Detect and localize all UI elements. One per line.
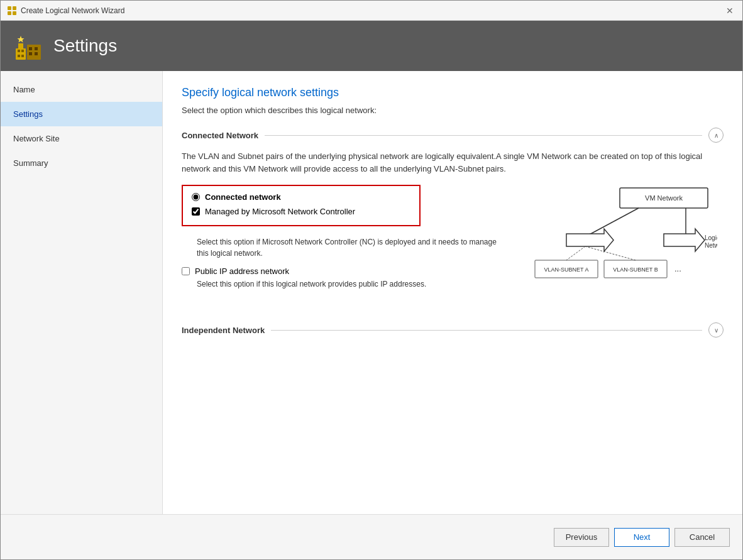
independent-network-section-header: Independent Network ∨ [182,322,724,338]
svg-rect-1 [13,6,16,10]
connected-network-label: Connected network [205,192,281,202]
independent-network-title: Independent Network [182,326,265,335]
connected-network-radio-row: Connected network [192,192,410,202]
independent-network-container: Independent Network ∨ [182,322,724,338]
main-content: Name Settings Network Site Summary Speci… [1,71,742,514]
svg-rect-10 [21,55,24,57]
managed-by-nc-checkbox[interactable] [192,207,200,216]
svg-text:...: ... [674,264,681,273]
connected-network-section-header: Connected Network ∧ [182,128,724,143]
public-ip-checkbox[interactable] [182,267,190,275]
header-icon [13,31,43,61]
content-scroll[interactable]: Specify logical network settings Select … [163,71,742,514]
svg-rect-7 [18,50,20,52]
header-title: Settings [53,36,117,56]
title-bar-left: Create Logical Network Wizard [7,6,124,16]
svg-rect-4 [16,48,26,60]
svg-marker-15 [18,36,25,43]
next-button[interactable]: Next [614,528,669,547]
sidebar-item-settings[interactable]: Settings [1,102,162,126]
options-panel: Connected network Managed by Microsoft N… [182,185,510,290]
managed-by-nc-label: Managed by Microsoft Network Controller [205,207,355,216]
network-diagram: VM Network Logical [522,185,717,310]
svg-text:Network: Network [705,242,717,249]
svg-line-18 [588,208,639,235]
public-ip-label: Public IP address network [195,266,289,276]
svg-rect-8 [21,50,24,52]
svg-rect-5 [18,43,23,48]
nc-description: Select this option if Microsoft Network … [197,236,510,259]
diagram-area: VM Network Logical [522,185,724,312]
page-title: Specify logical network settings [182,86,724,99]
page-subtitle: Select the option which describes this l… [182,106,724,115]
previous-button[interactable]: Previous [554,528,609,547]
connected-network-desc: The VLAN and Subnet pairs of the underly… [182,150,724,175]
svg-rect-9 [18,55,20,57]
svg-rect-3 [13,11,16,15]
public-ip-description: Select this option if this logical netwo… [197,278,510,290]
sidebar-item-name[interactable]: Name [1,77,162,102]
svg-text:Logical: Logical [705,234,717,241]
svg-line-31 [566,246,585,260]
cancel-button[interactable]: Cancel [674,528,730,547]
options-diagram-row: Connected network Managed by Microsoft N… [182,185,724,312]
svg-marker-22 [566,229,614,251]
svg-rect-2 [8,11,11,15]
svg-rect-14 [35,52,38,55]
window-title: Create Logical Network Wizard [21,6,124,15]
svg-rect-0 [8,6,11,10]
svg-line-32 [585,246,636,260]
svg-rect-13 [29,52,32,55]
bottom-bar: Previous Next Cancel [1,514,742,559]
sidebar-item-summary[interactable]: Summary [1,151,162,175]
svg-text:VLAN-SUBNET B: VLAN-SUBNET B [613,266,658,273]
svg-rect-11 [29,47,32,50]
section-divider-2 [271,330,702,331]
connected-network-option-box: Connected network Managed by Microsoft N… [182,185,421,226]
svg-text:VM Network: VM Network [645,194,683,202]
wizard-icon [7,6,17,16]
independent-network-chevron[interactable]: ∨ [708,322,724,338]
sidebar-item-network-site[interactable]: Network Site [1,126,162,151]
connected-network-title: Connected Network [182,131,258,140]
sidebar: Name Settings Network Site Summary [1,71,163,514]
managed-by-nc-row: Managed by Microsoft Network Controller [192,207,410,216]
title-bar: Create Logical Network Wizard ✕ [1,1,742,21]
svg-text:VLAN-SUBNET A: VLAN-SUBNET A [544,266,589,273]
svg-marker-23 [664,229,705,251]
svg-rect-12 [35,47,38,50]
public-ip-row: Public IP address network [182,266,510,276]
header-bar: Settings [1,21,742,71]
close-button[interactable]: ✕ [724,4,736,17]
connected-network-chevron[interactable]: ∧ [708,128,724,143]
content-area: Specify logical network settings Select … [163,71,742,514]
main-window: Create Logical Network Wizard ✕ Settings [0,0,743,560]
section-divider [265,135,702,136]
connected-network-radio[interactable] [192,193,200,201]
